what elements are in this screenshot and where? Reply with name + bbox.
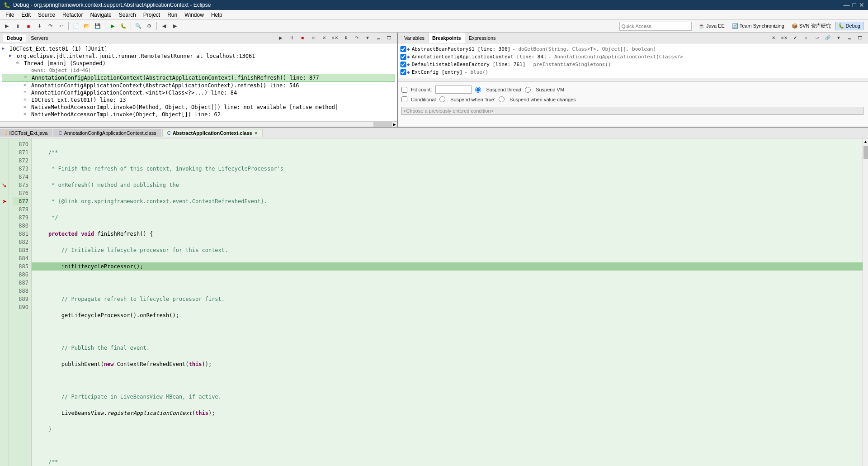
condition-input[interactable] — [401, 107, 863, 115]
perspective-svn[interactable]: 📦 SVN 资库研究 — [788, 21, 834, 31]
tab-servers[interactable]: Servers — [27, 34, 52, 42]
suspend-vm-radio[interactable] — [525, 87, 531, 93]
perspective-javaee[interactable]: ☕ Java EE — [695, 22, 728, 30]
tree-item-3[interactable]: owns: Object (id=46) — [2, 67, 395, 74]
tab-ioctest[interactable]: J IOCTest_Ext.java — [0, 129, 52, 137]
tab-abstractapplication[interactable]: C AbstractApplicationContext.class ✕ — [162, 129, 263, 137]
tab-close-icon[interactable]: ✕ — [254, 131, 258, 136]
tree-item-7[interactable]: ≡IOCTest_Ext.test01() line: 13 — [2, 96, 395, 104]
tb-resume[interactable]: ▶ — [2, 21, 12, 31]
bp-skip-btn[interactable]: ⤻ — [812, 33, 822, 43]
debug-suspend-btn[interactable]: ⏸ — [287, 33, 297, 43]
menu-window[interactable]: Window — [181, 11, 208, 19]
cond-true-radio[interactable] — [439, 96, 445, 102]
tb-suspend[interactable]: ⏸ — [13, 21, 23, 31]
bp-minimize-btn[interactable]: 🗕 — [844, 33, 854, 43]
cond-change-radio[interactable] — [499, 96, 505, 102]
hitcount-checkbox[interactable] — [401, 87, 407, 93]
minimize-button[interactable]: — — [844, 1, 850, 9]
close-button[interactable]: ✕ — [859, 1, 864, 9]
tab-breakpoints[interactable]: Breakpoints — [428, 33, 465, 43]
tree-item-5[interactable]: ≡AnnotationConfigApplicationContext(Abst… — [2, 82, 395, 89]
tb-prev[interactable]: ◀ — [159, 21, 169, 31]
tb-open[interactable]: 📂 — [82, 21, 92, 31]
tb-next[interactable]: ▶ — [170, 21, 180, 31]
tb-search[interactable]: 🔍 — [133, 21, 143, 31]
debug-view-menu-btn[interactable]: ▼ — [363, 33, 373, 43]
menu-source[interactable]: Source — [34, 11, 59, 19]
tb-step-into[interactable]: ⬇ — [34, 21, 44, 31]
debug-remove-btn[interactable]: ✕ — [319, 33, 329, 43]
tree-icon-5: ≡ — [24, 82, 30, 87]
bp-check-3[interactable] — [400, 69, 407, 75]
bp-view-menu-btn[interactable]: ▼ — [834, 33, 844, 43]
debug-minimize-btn[interactable]: 🗕 — [373, 33, 383, 43]
menu-file[interactable]: File — [2, 11, 18, 19]
debug-step-over-btn[interactable]: ↷ — [352, 33, 362, 43]
menu-help[interactable]: Help — [208, 11, 226, 19]
window-controls[interactable]: — □ ✕ — [844, 1, 864, 9]
bp-link-btn[interactable]: 🔗 — [823, 33, 833, 43]
menu-refactor[interactable]: Refactor — [59, 11, 86, 19]
debug-scrollbar-h[interactable]: ▶ — [0, 121, 397, 127]
debug-resume-btn[interactable]: ▶ — [276, 33, 286, 43]
tb-new[interactable]: 📄 — [71, 21, 81, 31]
bp-remove-btn[interactable]: ✕ — [769, 33, 778, 43]
bp-icon-0: ◆ — [407, 46, 410, 52]
debug-terminate-btn[interactable]: ■ — [297, 33, 307, 43]
tab-expressions[interactable]: Expressions — [465, 33, 500, 43]
tb-debug[interactable]: 🐛 — [118, 21, 128, 31]
tab-annotationconfig[interactable]: C AnnotationConfigApplicationContext.cla… — [53, 129, 161, 137]
code-content[interactable]: /** * Finish the refresh of this context… — [32, 138, 863, 466]
tb-terminate[interactable]: ■ — [24, 21, 33, 31]
scroll-up-btn[interactable]: ▲ — [863, 138, 868, 145]
quick-access-input[interactable] — [619, 22, 692, 31]
tb-step-return[interactable]: ↩ — [56, 21, 66, 31]
tree-item-2[interactable]: ⚙Thread [main] (Suspended) — [2, 60, 395, 67]
bp-maximize-btn[interactable]: 🗖 — [855, 33, 865, 43]
tree-item-6[interactable]: ≡AnnotationConfigApplicationContext.<ini… — [2, 89, 395, 96]
bp-disable-btn[interactable]: ○ — [801, 33, 811, 43]
tb-step-over[interactable]: ↷ — [45, 21, 55, 31]
debug-step-into-btn[interactable]: ⬇ — [341, 33, 351, 43]
bp-item-3[interactable]: ◆ExtConfig [entry]- blue() — [400, 68, 866, 76]
suspend-thread-radio[interactable] — [475, 87, 481, 93]
menu-project[interactable]: Project — [140, 11, 164, 19]
perspective-debug[interactable]: 🐛 Debug — [835, 22, 863, 30]
bp-remove-all-btn[interactable]: ≡✕ — [779, 33, 789, 43]
tree-item-1[interactable]: ▶org.eclipse.jdt.internal.junit.runner.R… — [2, 52, 395, 60]
ln-890: 890 — [13, 303, 28, 311]
tb-refactor[interactable]: ⚙ — [144, 21, 154, 31]
bp-enable-btn[interactable]: ✔ — [790, 33, 800, 43]
tb-save[interactable]: 💾 — [93, 21, 103, 31]
tree-item-4[interactable]: ≡AnnotationConfigApplicationContext(Abst… — [2, 74, 395, 82]
debug-remove-all-btn[interactable]: ≡✕ — [330, 33, 340, 43]
conditional-checkbox[interactable] — [401, 96, 407, 102]
bp-scrollbar[interactable] — [398, 78, 868, 81]
perspective-team[interactable]: 🔄 Team Synchronizing — [729, 22, 788, 30]
menu-edit[interactable]: Edit — [18, 11, 34, 19]
bp-item-0[interactable]: ◆AbstractBeanFactory$1 [line: 306]- doGe… — [400, 45, 866, 53]
debug-disconnect-btn[interactable]: ⤫ — [308, 33, 318, 43]
bp-check-1[interactable] — [400, 54, 407, 60]
bp-check-2[interactable] — [400, 62, 407, 67]
menu-search[interactable]: Search — [115, 11, 140, 19]
debug-maximize-btn[interactable]: 🗖 — [384, 33, 394, 43]
bp-item-1[interactable]: ◆AnnotationConfigApplicationContext [lin… — [400, 53, 866, 61]
toolbar-sep-3 — [131, 22, 131, 30]
tree-item-9[interactable]: ≡NativeMethodAccessorImpl.invoke(Object,… — [2, 111, 395, 118]
tab-debug[interactable]: Debug — [3, 34, 26, 42]
tb-run[interactable]: ▶ — [108, 21, 118, 31]
menu-navigate[interactable]: Navigate — [86, 11, 115, 19]
menu-run[interactable]: Run — [164, 11, 181, 19]
tree-item-8[interactable]: ≡NativeMethodAccessorImpl.invoke0(Method… — [2, 104, 395, 111]
bp-check-0[interactable] — [400, 46, 407, 52]
tab-variables[interactable]: Variables — [401, 33, 428, 43]
tree-item-0[interactable]: ▶IOCTest_Ext.test01 (1) [JUnit] — [2, 45, 395, 52]
hitcount-input[interactable] — [435, 86, 472, 94]
maximize-button[interactable]: □ — [853, 1, 856, 9]
bp-item-2[interactable]: ◆DefaultListableBeanFactory [line: 761]-… — [400, 61, 866, 68]
breakpoints-tree: ◆AbstractBeanFactory$1 [line: 306]- doGe… — [398, 43, 868, 78]
debug-scroll-right[interactable]: ▶ — [392, 122, 397, 127]
editor-scrollbar-v[interactable]: ▲ ▼ — [863, 138, 868, 466]
